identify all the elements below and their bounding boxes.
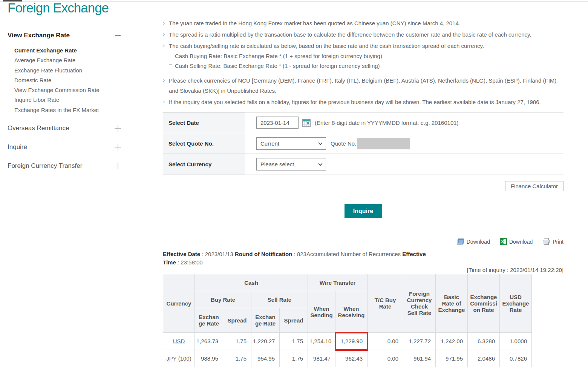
quote-select[interactable]: Current [256,137,326,150]
jpy-exchange-commission-rate: 2.0486 [468,350,500,367]
usd-exchange-commission-rate: 6.3280 [468,333,500,350]
usd-wire-when-sending: 1,254.10 [308,333,335,350]
exchange-rates-table: Currency Cash Wire Transfer T/C Buy Rate… [163,274,532,367]
subnotes: –Cash Buying Rate: Basic Exchange Rate *… [169,51,564,71]
currency-select-wrap: Please select. [256,158,326,170]
col-header-sell-rate: Sell Rate [251,291,308,308]
effective-date-info: Effective Date : 2023/01/13 Round of Not… [163,250,430,267]
select-currency-field: Please select. [245,154,564,175]
note-ncu: ›Please check currencies of NCU [Germany… [163,75,564,96]
table-row-usd: USD 1,263.73 1.75 1,220.27 1.75 1,254.10… [163,333,532,350]
col-header-sell-spread: Spread [280,308,308,333]
bullet-arrow-icon: › [163,75,165,85]
print-link[interactable]: Print [542,238,564,245]
jpy-basic-rate: 971.95 [436,350,468,367]
inquire-button[interactable]: Inquire [345,204,382,218]
time-of-inquiry: [Time of inquiry : 2023/01/14 19:22:20] [163,267,564,273]
sidebar: View Exchange Rate Current Exchange Rate… [8,32,121,171]
jpy-fcc-sell-rate: 961.94 [403,350,436,367]
usd-basic-rate: 1,242.00 [436,333,468,350]
form-row-select-currency: Select Currency Please select. [163,154,564,175]
date-input[interactable] [256,117,299,129]
select-date-label: Select Date [163,112,245,133]
expand-plus-icon[interactable] [115,144,121,150]
table-row-jpy: JPY (100) 988.95 1.75 954.95 1.75 981.47… [163,350,532,367]
sidebar-item-average-exchange-rate[interactable]: Average Exchange Rate [14,55,121,65]
usd-wire-when-receiving-highlighted: 1,229.90 [335,333,368,350]
form-row-select-quote: Select Quote No. Current Quote No. [163,133,564,154]
download-doc-link[interactable]: Download [456,238,490,245]
sidebar-section-foreign-currency-transfer[interactable]: Foreign Currency Transfer [8,161,121,171]
expand-plus-icon[interactable] [115,125,121,132]
sidebar-menu: Current Exchange Rate Average Exchange R… [8,46,121,115]
note-spread: ›The spread is a ratio multiplied by the… [163,29,564,40]
notes-list-2: ›Please check currencies of NCU [Germany… [163,75,564,107]
bullet-arrow-icon: › [163,18,165,28]
select-quote-field: Current Quote No. [245,133,564,154]
bullet-arrow-icon: › [163,97,165,107]
subnote-cash-selling: –Cash Selling Rate: Basic Exchange Rate … [169,61,564,71]
select-date-field: (Enter 8-digit date in YYYYMMDD format. … [245,112,564,133]
usd-fcc-sell-rate: 1,227.72 [403,333,436,350]
sidebar-section-label: Overseas Remittance [8,124,69,132]
finance-calculator-button[interactable]: Finance Calculator [505,181,564,191]
currency-cell: JPY (100) [163,350,195,367]
finance-calculator-row: Finance Calculator [163,181,564,191]
sidebar-item-current-exchange-rate[interactable]: Current Exchange Rate [14,46,121,55]
calendar-icon[interactable] [302,118,311,127]
printer-icon [542,238,550,245]
currency-link-jpy[interactable]: JPY (100) [166,355,191,362]
date-format-hint: (Enter 8-digit date in YYYYMMDD format. … [315,120,459,126]
sidebar-group-view-exchange-rate[interactable]: View Exchange Rate [8,32,121,39]
inquire-row: Inquire [163,204,564,218]
sidebar-item-domestic-rate[interactable]: Domestic Rate [14,75,121,85]
col-header-buy-spread: Spread [223,308,251,333]
svg-text:X: X [501,239,504,244]
col-header-buy-rate: Buy Rate [195,291,251,308]
sidebar-section-inquire[interactable]: Inquire [8,142,121,152]
jpy-usd-exchange-rate: 0.7826 [500,350,532,367]
jpy-wire-when-sending: 981.47 [308,350,335,367]
sidebar-item-view-exchange-commission-rate[interactable]: View Exchange Commission Rate [14,85,121,95]
quote-select-wrap: Current [256,137,326,150]
sidebar-item-exchange-rate-fluctuation[interactable]: Exchange Rate Fluctuation [14,66,121,75]
currency-cell: USD [163,333,195,350]
col-header-when-receiving: When Receiving [335,291,368,333]
select-currency-label: Select Currency [163,154,245,175]
inquiry-form: Select Date [163,112,564,175]
note-cash-rate: ›The cash buying/selling rate is calcula… [163,41,564,51]
jpy-wire-when-receiving: 962.43 [335,350,368,367]
sidebar-section-label: Inquire [8,143,27,151]
dash-icon: – [169,59,172,69]
bullet-arrow-icon: › [163,40,165,51]
sidebar-item-inquire-libor-rate[interactable]: Inquire Libor Rate [14,95,121,105]
notes-list: ›The yuan rate traded in the Hong Kong F… [163,18,564,51]
currency-link-usd[interactable]: USD [173,338,185,344]
quote-no-label: Quote No. [331,140,356,147]
note-yuan-rate: ›The yuan rate traded in the Hong Kong F… [163,18,564,28]
page-title: Foreign Exchange [8,0,109,15]
sidebar-section-overseas-remittance[interactable]: Overseas Remittance [8,123,121,133]
select-quote-label: Select Quote No. [163,133,245,154]
col-header-usd-exchange-rate: USD Exchange Rate [500,274,532,333]
col-header-exchange-commission-rate: Exchange Commission Rate [468,274,500,333]
col-header-cash: Cash [195,274,308,291]
jpy-cash-buy-exchange-rate: 988.95 [195,350,223,367]
col-header-basic-rate: Basic Rate of Exchange [436,274,468,333]
col-header-wire-transfer: Wire Transfer [308,274,368,291]
expand-plus-icon[interactable] [115,163,121,169]
col-header-tc-buy-rate: T/C Buy Rate [368,274,403,333]
collapse-minus-icon[interactable] [115,35,121,36]
bullet-arrow-icon: › [163,29,165,39]
sidebar-item-exchange-rates-fx-market[interactable]: Exchange Rates in the FX Market [14,105,121,115]
download-excel-link[interactable]: X Download [500,238,533,245]
col-header-fcc-sell-rate: Foreign Currency Check Sell Rate [403,274,436,333]
col-header-buy-exchange-rate: Exchange Rate [195,308,223,333]
usd-tc-buy-rate: 0.00 [368,333,403,350]
excel-download-icon: X [500,238,507,245]
usd-cash-sell-exchange-rate: 1,220.27 [251,333,280,350]
note-holiday: ›If the inquiry date you selected falls … [163,97,564,107]
main-content: ›The yuan rate traded in the Hong Kong F… [163,18,564,367]
currency-select[interactable]: Please select. [256,158,326,170]
usd-cash-buy-spread: 1.75 [223,333,251,350]
